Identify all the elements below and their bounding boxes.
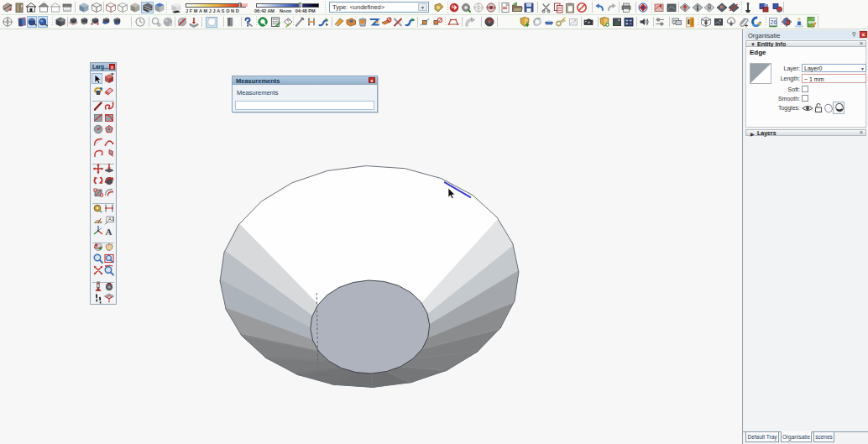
svg-text:26: 26 <box>771 19 777 25</box>
svg-text:A: A <box>106 227 112 237</box>
svg-text:A1: A1 <box>108 217 114 222</box>
